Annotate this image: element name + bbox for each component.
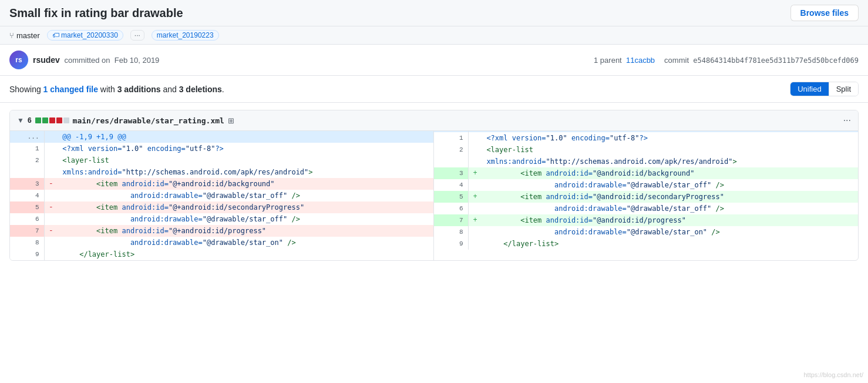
right-code-2b: xmlns:android="http://schemas.android.co… — [482, 156, 857, 167]
hunk-header-left: ... @@ -1,9 +1,9 @@ — [10, 131, 433, 143]
left-code-2b: xmlns:android="http://schemas.android.co… — [58, 166, 433, 178]
left-code-5: <item android:id="@+android:id/secondary… — [58, 201, 433, 213]
left-marker-7: - — [44, 225, 58, 237]
changed-files-link[interactable]: 1 changed file — [43, 85, 98, 94]
left-row-7: 7 - <item android:id="@+android:id/progr… — [10, 225, 433, 237]
right-row-3: 3 + <item android:id="@android:id/backgr… — [434, 167, 858, 179]
right-ln-6: 6 — [434, 203, 468, 214]
right-code-6: android:drawable="@drawable/star_off" /> — [482, 203, 857, 214]
left-code-3: <item android:id="@+android:id/backgroun… — [58, 178, 433, 190]
diff-right-table: 1 <?xml version="1.0" encoding="utf-8"?>… — [434, 131, 858, 250]
right-row-1: 1 <?xml version="1.0" encoding="utf-8"?> — [434, 132, 858, 144]
right-row-2b: xmlns:android="http://schemas.android.co… — [434, 156, 858, 167]
left-code-1: <?xml version="1.0" encoding="utf-8"?> — [58, 143, 433, 154]
left-ln-6: 6 — [10, 213, 44, 225]
collapse-button[interactable]: ▼ — [17, 116, 24, 125]
left-row-6: 6 android:drawable="@drawable/star_off" … — [10, 213, 433, 225]
left-ln-9: 9 — [10, 248, 44, 260]
left-code-7: <item android:id="@+android:id/progress" — [58, 225, 433, 237]
avatar: rs — [9, 51, 28, 69]
hunk-info-left: @@ -1,9 +1,9 @@ — [58, 131, 433, 143]
diff-file-actions: ··· — [843, 115, 851, 126]
diff-right-side: 1 <?xml version="1.0" encoding="utf-8"?>… — [434, 131, 858, 260]
right-ln-5: 5 — [434, 191, 468, 203]
left-marker-1 — [44, 143, 58, 154]
right-marker-9 — [468, 238, 482, 250]
view-toggle: Unified Split — [790, 82, 859, 96]
diff-summary: Showing 1 changed file with 3 additions … — [0, 76, 868, 103]
left-marker-2b — [44, 166, 58, 178]
right-ln-7: 7 — [434, 214, 468, 226]
right-marker-8 — [468, 226, 482, 238]
tag-market-20190223[interactable]: market_20190223 — [152, 30, 219, 41]
left-row-8: 8 android:drawable="@drawable/star_on" /… — [10, 237, 433, 248]
right-marker-7: + — [468, 214, 482, 226]
right-marker-1 — [468, 132, 482, 144]
commit-author-info: rsudev committed on Feb 10, 2019 — [33, 55, 159, 65]
left-row-2: 2 <layer-list — [10, 154, 433, 166]
left-code-6: android:drawable="@drawable/star_off" /> — [58, 213, 433, 225]
tag-icon: 🏷 — [52, 31, 59, 39]
left-marker-3: - — [44, 178, 58, 190]
unified-view-button[interactable]: Unified — [790, 82, 829, 96]
left-code-8: android:drawable="@drawable/star_on" /> — [58, 237, 433, 248]
diff-file-header: ▼ 6 main/res/drawable/star_rating.xml ⊞ … — [10, 110, 858, 131]
diff-bar-add-2 — [42, 117, 48, 123]
split-diff-container: ... @@ -1,9 +1,9 @@ 1 <?xml version="1.0… — [10, 131, 858, 260]
commit-title: Small fix in rating bar drawable — [9, 6, 183, 20]
parent-label: 1 parent 11cacbb — [594, 56, 655, 65]
left-ln-1: 1 — [10, 143, 44, 154]
right-row-8: 8 android:drawable="@drawable/star_on" /… — [434, 226, 858, 238]
left-code-2: <layer-list — [58, 154, 433, 166]
diff-bar-del-2 — [56, 117, 62, 123]
hunk-marker-left — [44, 131, 58, 143]
left-ln-5: 5 — [10, 201, 44, 213]
diff-block: ▼ 6 main/res/drawable/star_rating.xml ⊞ … — [9, 110, 859, 261]
right-marker-6 — [468, 203, 482, 214]
branch-item-master[interactable]: ⑂ master — [9, 31, 40, 40]
left-ln-2b — [10, 166, 44, 178]
diff-file-path: main/res/drawable/star_rating.xml — [73, 116, 224, 125]
split-view-button[interactable]: Split — [829, 82, 858, 96]
left-row-1: 1 <?xml version="1.0" encoding="utf-8"?> — [10, 143, 433, 154]
copy-path-icon[interactable]: ⊞ — [228, 116, 234, 125]
left-row-9: 9 </layer-list> — [10, 248, 433, 260]
right-ln-8: 8 — [434, 226, 468, 238]
diff-file-header-left: ▼ 6 main/res/drawable/star_rating.xml ⊞ — [17, 116, 234, 125]
parent-hash-link[interactable]: 11cacbb — [626, 56, 655, 65]
diff-summary-text: Showing 1 changed file with 3 additions … — [9, 85, 224, 94]
left-row-4: 4 android:drawable="@drawable/star_off" … — [10, 190, 433, 201]
right-marker-4 — [468, 179, 482, 191]
diff-bar — [35, 117, 69, 123]
right-code-3: <item android:id="@android:id/background… — [482, 167, 857, 179]
right-marker-2b — [468, 156, 482, 167]
left-ln-3: 3 — [10, 178, 44, 190]
author-name[interactable]: rsudev — [33, 55, 60, 65]
author-section: rs rsudev committed on Feb 10, 2019 — [9, 51, 159, 69]
left-ln-8: 8 — [10, 237, 44, 248]
left-marker-5: - — [44, 201, 58, 213]
diff-bar-del-1 — [49, 117, 55, 123]
more-options-icon[interactable]: ··· — [843, 115, 851, 126]
right-code-4: android:drawable="@drawable/star_off" /> — [482, 179, 857, 191]
hunk-ln-dots: ... — [10, 131, 44, 143]
right-ln-1: 1 — [434, 132, 468, 144]
right-marker-5: + — [468, 191, 482, 203]
right-row-2: 2 <layer-list — [434, 144, 858, 156]
browse-files-button[interactable]: Browse files — [790, 5, 859, 21]
more-branches-button[interactable]: ··· — [130, 30, 144, 41]
left-ln-2: 2 — [10, 154, 44, 166]
left-marker-6 — [44, 213, 58, 225]
left-marker-2 — [44, 154, 58, 166]
commit-meta: rs rsudev committed on Feb 10, 2019 1 pa… — [0, 45, 868, 76]
left-marker-8 — [44, 237, 58, 248]
right-ln-9: 9 — [434, 238, 468, 250]
left-row-2b: xmlns:android="http://schemas.android.co… — [10, 166, 433, 178]
tag-market-20200330[interactable]: 🏷 market_20200330 — [47, 30, 123, 41]
right-code-8: android:drawable="@drawable/star_on" /> — [482, 226, 857, 238]
left-marker-9 — [44, 248, 58, 260]
right-code-7: <item android:id="@android:id/progress" — [482, 214, 857, 226]
page-header: Small fix in rating bar drawable Browse … — [0, 0, 868, 26]
right-ln-4: 4 — [434, 179, 468, 191]
right-row-6: 6 android:drawable="@drawable/star_off" … — [434, 203, 858, 214]
